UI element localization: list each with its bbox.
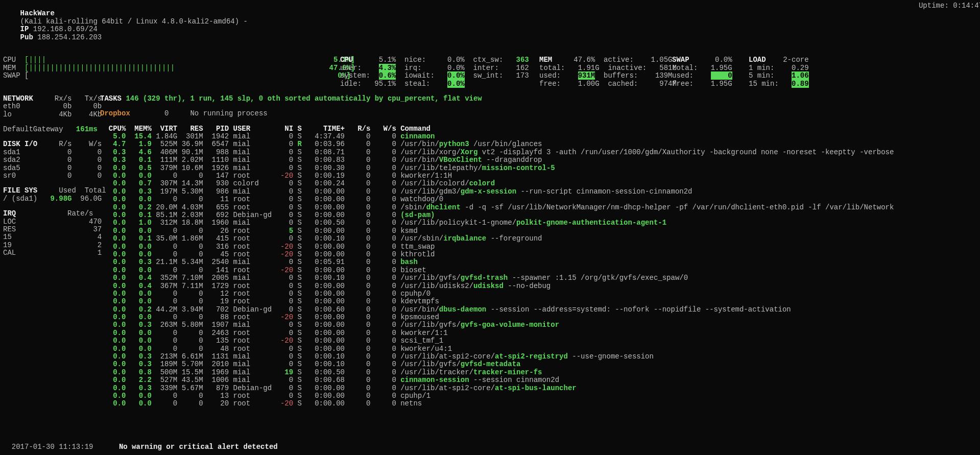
process-row[interactable]: 0.0 0.3 263M 5.80M 1907 mial 0 S 0:00.00… (100, 321, 894, 329)
header-bar: HackWare (Kali kali-rolling 64bit / Linu… (3, 2, 980, 49)
process-row[interactable]: 4.7 1.9 525M 36.9M 6547 mial 0 R 0:03.96… (100, 140, 894, 148)
proc-header: CPU% MEM% VIRT RES PID USER NI S TIME+ R… (100, 125, 894, 133)
process-row[interactable]: 0.0 0.0 0 0 20 root -20 S 0:00.00 0 0 ne… (100, 400, 894, 408)
process-row[interactable]: 0.0 0.1 85.1M 2.03M 692 Debian-gd 0 S 0:… (100, 211, 894, 219)
process-row[interactable]: 0.3 4.6 406M 90.1M 988 mial 0 S 0:08.71 … (100, 149, 894, 156)
process-row[interactable]: 5.0 15.4 1.84G 301M 1942 mial 0 S 4:37.4… (100, 133, 894, 140)
net-row: lo 4Kb 4Kb (3, 111, 100, 118)
process-row[interactable]: 0.0 0.0 0 0 12 root 0 S 0:00.00 0 0 cpuh… (100, 290, 894, 298)
process-row[interactable]: 0.0 0.0 0 0 13 root 0 S 0:00.00 0 0 cpuh… (100, 392, 894, 400)
disk-row: sda2 0 0 (3, 156, 100, 164)
process-row[interactable]: 0.3 0.1 111M 2.02M 1110 mial 0 S 0:00.83… (100, 156, 894, 164)
fs-row: / (sda1) 9.98G 96.0G (3, 195, 100, 203)
process-row[interactable]: 0.0 1.0 312M 18.8M 1960 mial 0 S 0:00.50… (100, 219, 894, 227)
process-row[interactable]: 0.0 0.0 0 0 45 root -20 S 0:00.00 0 0 kt… (100, 251, 894, 258)
process-row[interactable]: 0.0 0.0 0 0 2463 root 0 S 0:00.00 0 0 kw… (100, 329, 894, 337)
pub-label: Pub (20, 33, 33, 41)
irq-row: 19 2 (3, 242, 100, 249)
process-row[interactable]: 0.0 0.4 352M 7.10M 2005 mial 0 S 0:00.10… (100, 274, 894, 282)
process-row[interactable]: 0.0 0.3 213M 6.61M 1131 mial 0 S 0:00.10… (100, 353, 894, 361)
process-row[interactable]: 0.0 0.2 20.0M 4.03M 655 root 0 S 0:00.00… (100, 204, 894, 211)
irq-row: 15 4 (3, 233, 100, 241)
process-row[interactable]: 0.0 0.0 0 0 141 root -20 S 0:00.00 0 0 b… (100, 267, 894, 274)
process-row[interactable]: 0.0 0.0 0 0 11 root 0 S 0:00.00 0 0 watc… (100, 196, 894, 203)
process-row[interactable]: 0.0 0.1 35.0M 1.86M 415 root 0 S 0:00.10… (100, 235, 894, 243)
stats-row: CPU [|||| 5.1%] MEM [|||||||||||||||||||… (3, 56, 980, 88)
process-row[interactable]: 0.0 0.0 0 0 147 root -20 S 0:00.19 0 0 k… (100, 172, 894, 180)
process-row[interactable]: 0.0 0.3 197M 5.30M 986 mial 0 S 0:00.00 … (100, 188, 894, 196)
uptime: 0:14:47 (953, 2, 980, 10)
irq-row: RES 37 (3, 226, 100, 233)
dropbox-label: Dropbox (100, 109, 130, 117)
process-row[interactable]: 0.0 2.2 527M 43.5M 1006 mial 0 S 0:00.68… (100, 376, 894, 384)
process-row[interactable]: 0.0 0.0 0 0 316 root -20 S 0:00.00 0 0 t… (100, 243, 894, 251)
process-area: TASKS 146 (329 thr), 1 run, 145 slp, 0 o… (100, 95, 980, 408)
process-row[interactable]: 0.0 0.0 0 0 88 root -20 S 0:00.00 0 0 kp… (100, 314, 894, 321)
process-row[interactable]: 0.0 0.0 0 0 26 root 5 S 0:00.00 0 0 ksmd (100, 227, 894, 235)
process-row[interactable]: 0.0 0.3 189M 5.70M 2010 mial 0 S 0:00.10… (100, 361, 894, 368)
process-row[interactable]: 0.0 0.8 500M 15.5M 1969 mial 19 S 0:00.5… (100, 369, 894, 376)
hostname: HackWare (20, 9, 55, 17)
process-table[interactable]: CPU% MEM% VIRT RES PID USER NI S TIME+ R… (100, 125, 894, 408)
process-row[interactable]: 0.0 0.3 339M 5.67M 879 Debian-gd 0 S 0:0… (100, 385, 894, 392)
irq-row: LOC 470 (3, 218, 100, 226)
process-row[interactable]: 0.0 0.3 21.1M 5.34M 2540 mial 0 S 0:05.9… (100, 258, 894, 266)
process-row[interactable]: 0.0 0.0 0 0 135 root -20 S 0:00.00 0 0 s… (100, 337, 894, 345)
sidebar: NETWORK Rx/s Tx/s eth0 0b 0blo 4Kb 4Kb D… (3, 95, 100, 408)
disk-row: sr0 0 0 (3, 172, 100, 180)
process-row[interactable]: 0.0 0.5 379M 10.6M 1926 mial 0 S 0:00.30… (100, 164, 894, 172)
ip-label: IP (20, 25, 29, 33)
disk-row: sda1 0 0 (3, 149, 100, 156)
net-row: eth0 0b 0b (3, 103, 100, 110)
process-row[interactable]: 0.0 0.7 307M 14.3M 930 colord 0 S 0:00.2… (100, 180, 894, 187)
process-row[interactable]: 0.0 0.2 44.2M 3.94M 702 Debian-gd 0 S 0:… (100, 306, 894, 314)
disk-row: sda5 0 0 (3, 164, 100, 172)
irq-row: CAL 1 (3, 249, 100, 257)
process-row[interactable]: 0.0 0.4 367M 7.11M 1729 root 0 S 0:00.00… (100, 282, 894, 290)
process-row[interactable]: 0.0 0.0 0 0 19 root 0 S 0:00.00 0 0 kdev… (100, 298, 894, 305)
process-row[interactable]: 0.0 0.0 0 0 48 root 0 S 0:00.00 0 0 kwor… (100, 345, 894, 353)
footer: 2017-01-30 11:13:19 No warning or critic… (3, 435, 278, 451)
